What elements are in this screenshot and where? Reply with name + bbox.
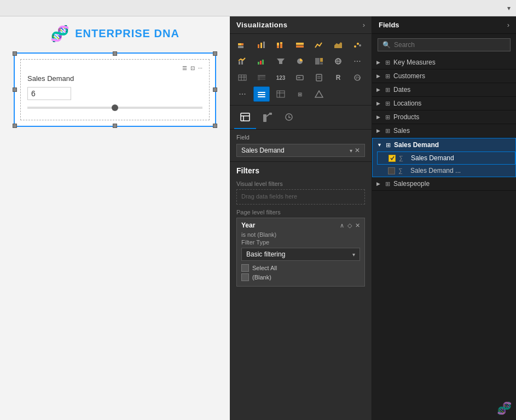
field-value-row[interactable]: Sales Demand ▾ ✕ [236, 144, 365, 157]
products-name: Products [393, 113, 512, 121]
svg-rect-36 [258, 75, 260, 80]
field-group-dates-header[interactable]: ▶ ⊞ Dates [372, 83, 516, 96]
viz-icon-python[interactable]: Py [349, 70, 366, 85]
field-group-sales-demand: ▼ ⊞ Sales Demand ∑ Sales Demand [372, 138, 516, 177]
viz-icon-more-visuals[interactable]: ··· [349, 54, 366, 69]
slicer-expand-icon[interactable]: ⊡ [190, 65, 195, 71]
sales-demand-group-name: Sales Demand [394, 141, 511, 149]
main-layout: 🧬 ENTERPRISE DNA ☰ ⊡ ··· Sales Dem [0, 16, 516, 420]
filter-type-dropdown-text: Basic filtering [246, 250, 285, 258]
sales-demand-arrow-icon: ▼ [377, 142, 382, 148]
slicer-more-icon[interactable]: ··· [198, 65, 202, 71]
viz-icon-waterfall[interactable] [253, 54, 270, 69]
svg-rect-7 [277, 43, 279, 45]
resize-handle-bottom-center[interactable] [113, 124, 117, 128]
svg-rect-25 [320, 62, 323, 65]
viz-icon-treemap[interactable] [311, 54, 327, 69]
viz-icon-r-script[interactable]: R [330, 70, 346, 85]
viz-icon-line-bar[interactable] [234, 54, 251, 69]
filter-checkbox-blank[interactable] [241, 273, 249, 281]
viz-icon-slicer[interactable] [253, 86, 270, 102]
resize-handle-middle-left[interactable] [13, 88, 17, 92]
field-group-sales-header[interactable]: ▶ ⊞ Sales [372, 124, 516, 137]
viz-icons-grid: ··· 123 R Py ··· [230, 34, 372, 106]
viz-icon-scatter[interactable] [349, 37, 366, 52]
svg-rect-24 [320, 58, 323, 62]
viz-icon-100-bar[interactable] [292, 37, 308, 52]
viz-icon-card[interactable] [292, 70, 308, 85]
resize-handle-middle-right[interactable] [213, 88, 217, 92]
customers-table-icon: ⊞ [385, 73, 390, 80]
filter-checkbox-select-all-row[interactable]: Select All [241, 264, 360, 272]
viz-icon-custom-visual[interactable] [311, 70, 327, 85]
filter-checkbox-blank-row[interactable]: (Blank) [241, 273, 360, 281]
field-section-label: Field [236, 134, 365, 141]
viz-icon-area-chart[interactable] [330, 37, 346, 52]
filter-type-dropdown[interactable]: Basic filtering ▾ [241, 248, 360, 261]
field-checkbox-sales-demand[interactable] [389, 155, 396, 162]
field-group-key-measures-header[interactable]: ▶ ⊞ Key Measures [372, 56, 516, 69]
filter-clear-icon[interactable]: ◇ [347, 222, 352, 229]
viz-icon-matrix2[interactable]: ⊞ [292, 86, 308, 102]
viz-icon-line-chart[interactable] [311, 37, 327, 52]
field-close-icon[interactable]: ✕ [355, 147, 360, 154]
svg-rect-11 [296, 45, 304, 48]
key-measures-name: Key Measures [393, 59, 512, 66]
viz-icon-column-chart[interactable] [273, 37, 289, 52]
filter-remove-icon[interactable]: ✕ [355, 222, 360, 229]
slicer-slider-track[interactable] [27, 107, 202, 109]
field-group-customers-header[interactable]: ▶ ⊞ Customers [372, 69, 516, 83]
field-item-sales-demand-2[interactable]: ∑ Sales Demand ... [377, 165, 515, 177]
search-input[interactable] [394, 41, 506, 49]
collapse-chevron-icon[interactable]: ▾ [507, 4, 511, 12]
field-group-sales-demand-header[interactable]: ▼ ⊞ Sales Demand [373, 138, 515, 151]
field-dropdown-icon[interactable]: ▾ [350, 148, 352, 154]
field-group-customers: ▶ ⊞ Customers [372, 69, 516, 83]
viz-subtab-format[interactable] [256, 109, 278, 129]
fields-search-box[interactable]: 🔍 [378, 38, 511, 51]
slicer-align-icon[interactable]: ☰ [182, 65, 187, 71]
viz-icon-funnel[interactable] [273, 54, 289, 69]
viz-icon-pie[interactable] [292, 54, 308, 69]
viz-icon-matrix[interactable] [253, 70, 270, 85]
viz-icon-bar-chart[interactable] [253, 37, 270, 52]
field-group-salespeople-header[interactable]: ▶ ⊞ Salespeople [372, 177, 516, 190]
slicer-value-box[interactable]: 6 [27, 87, 71, 100]
viz-icon-kpi[interactable]: 123 [273, 70, 289, 85]
sales-table-icon: ⊞ [385, 127, 390, 135]
viz-icon-marketplace[interactable]: ··· [234, 86, 251, 102]
drag-drop-zone[interactable]: Drag data fields here [236, 189, 365, 205]
viz-subtab-field[interactable] [234, 109, 256, 129]
resize-handle-top-left[interactable] [13, 51, 17, 56]
field-group-locations-header[interactable]: ▶ ⊞ Locations [372, 97, 516, 110]
locations-table-icon: ⊞ [385, 100, 390, 107]
page-level-filters-label: Page level filters [236, 209, 365, 215]
viz-subtab-analytics[interactable] [278, 109, 300, 129]
viz-icon-stacked-bar[interactable] [234, 37, 251, 52]
filter-expand-icon[interactable]: ∧ [340, 222, 344, 229]
field-checkbox-sales-demand-2[interactable] [388, 167, 395, 174]
viz-icon-table[interactable] [234, 70, 251, 85]
slicer-slider-thumb[interactable] [112, 104, 118, 111]
svg-rect-29 [239, 75, 246, 80]
viz-icon-table2[interactable] [273, 86, 289, 102]
salespeople-name: Salespeople [393, 180, 512, 188]
fields-panel-header: Fields › [372, 16, 516, 34]
filter-checkbox-select-all[interactable] [241, 264, 249, 272]
field-item-sales-demand[interactable]: ∑ Sales Demand [377, 151, 515, 165]
sales-name: Sales [393, 127, 512, 135]
viz-icon-shape[interactable] [311, 86, 327, 102]
field-group-products-header[interactable]: ▶ ⊞ Products [372, 110, 516, 124]
resize-handle-bottom-right[interactable] [213, 124, 217, 128]
field-group-locations: ▶ ⊞ Locations [372, 97, 516, 110]
fields-panel-chevron[interactable]: › [507, 21, 509, 29]
slicer-widget: ☰ ⊡ ··· Sales Demand 6 [14, 52, 216, 127]
resize-handle-top-right[interactable] [213, 51, 217, 56]
viz-panel-chevron[interactable]: › [363, 21, 365, 29]
fields-list: ▶ ⊞ Key Measures ▶ ⊞ Customers ▶ ⊞ Dates [372, 56, 516, 397]
filter-checkbox-blank-label: (Blank) [252, 274, 271, 281]
resize-handle-bottom-left[interactable] [13, 124, 17, 128]
resize-handle-top-center[interactable] [113, 51, 117, 56]
products-table-icon: ⊞ [385, 114, 390, 121]
viz-icon-globe[interactable] [330, 54, 346, 69]
